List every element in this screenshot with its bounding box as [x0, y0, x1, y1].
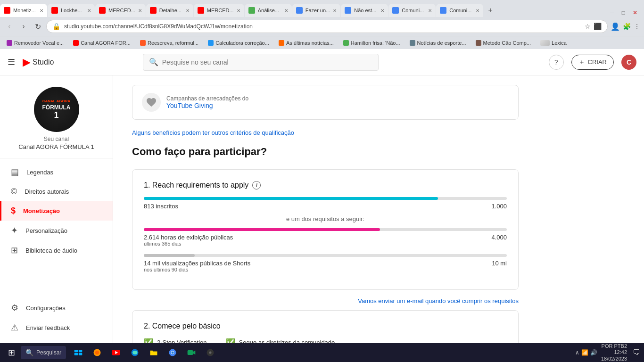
giving-label: Campanhas de arrecadações do — [166, 95, 248, 102]
chevron-up-icon[interactable]: ∧ — [575, 349, 579, 356]
minimize-button[interactable]: ─ — [607, 8, 617, 17]
tab-lockhe[interactable]: Lockhe... ✕ — [48, 4, 95, 17]
sidebar-item-monetizacao[interactable]: $ Monetização — [0, 201, 113, 221]
tab-close-merced2[interactable]: ✕ — [237, 8, 240, 13]
start-button[interactable]: ⊞ — [4, 345, 19, 360]
taskbar-app-edge[interactable] — [126, 344, 143, 361]
star-icon[interactable]: ☆ — [585, 23, 591, 30]
menu-icon[interactable]: ⋮ — [634, 23, 640, 30]
tab-close-naoes1[interactable]: ✕ — [380, 8, 384, 13]
bookmark-label-lexica: Lexica — [552, 40, 567, 46]
svg-rect-0 — [74, 350, 78, 352]
bookmark-favicon-removedor — [7, 40, 12, 46]
shorts-fill — [144, 254, 195, 257]
taskbar-app-youtube[interactable] — [107, 344, 124, 361]
giving-link[interactable]: YouTube Giving — [166, 102, 213, 109]
tab-title-comun2: Comuni... — [449, 8, 473, 13]
avatar[interactable]: C — [621, 55, 636, 70]
taskbar-app-files[interactable] — [145, 344, 162, 361]
tab-merced2[interactable]: MERCED... ✕ — [194, 4, 244, 17]
hamburger-menu[interactable]: ☰ — [8, 57, 15, 67]
direitos-icon: © — [11, 187, 17, 197]
bookmark-removedor[interactable]: Removedor Vocal e... — [4, 39, 66, 47]
network-icon[interactable]: 📶 — [581, 349, 588, 356]
tab-naoes1[interactable]: Não est... ✕ — [341, 4, 388, 17]
address-bar[interactable]: 🔒 studio.youtube.com/channel/UCdf8snlG8X… — [46, 20, 608, 33]
tab-close-comun1[interactable]: ✕ — [428, 8, 432, 13]
tab-favicon-monetiz — [4, 7, 10, 14]
search-input[interactable] — [162, 58, 372, 66]
bookmark-label-metodo: Metodo Cão Comp... — [483, 40, 531, 46]
info-icon[interactable]: i — [252, 181, 261, 189]
tab-merced1[interactable]: MERCED... ✕ — [95, 4, 146, 17]
direitos-label: Direitos autorais — [25, 188, 69, 195]
new-tab-button[interactable]: + — [484, 4, 497, 17]
tab-monetiz[interactable]: Monetiz... ✕ — [0, 4, 47, 17]
forward-button[interactable]: › — [18, 21, 29, 32]
bookmark-calculadora[interactable]: Calculadora correção... — [205, 39, 272, 47]
create-button[interactable]: ＋ CRIAR — [571, 55, 614, 70]
biblioteca-icon: ⊞ — [11, 245, 18, 255]
tab-favicon-detalhe — [150, 7, 157, 14]
taskbar-app-firefox[interactable] — [89, 344, 106, 361]
taskbar-search-text: Pesquisar — [36, 349, 61, 356]
bookmark-esporte[interactable]: Notícias de esporte... — [407, 39, 469, 47]
subscribers-progress-fill — [144, 197, 438, 200]
tab-close-fazer[interactable]: ✕ — [333, 8, 337, 13]
bookmark-canal-agora[interactable]: Canal AGORA FOR... — [70, 39, 133, 47]
tab-bar: Monetiz... ✕ Lockhe... ✕ MERCED... ✕ Det… — [0, 0, 644, 17]
shorts-progress-row: 14 mil visualizações públicas de Shorts … — [144, 254, 507, 272]
sidebar-item-configuracoes[interactable]: ⚙ Configurações — [0, 298, 113, 318]
yt-studio-logo[interactable]: ▶ Studio — [23, 56, 54, 68]
tab-close-monetiz[interactable]: ✕ — [40, 8, 43, 13]
sidebar-item-biblioteca[interactable]: ⊞ Biblioteca de áudio — [0, 240, 113, 260]
bookmark-favicon-calc — [208, 40, 214, 46]
bookmark-favicon-noticias — [279, 40, 284, 46]
tab-comun1[interactable]: Comuni... ✕ — [388, 4, 436, 17]
sidebar-item-direitos[interactable]: © Direitos autorais — [0, 182, 113, 201]
taskbar-app-media[interactable] — [202, 344, 219, 361]
qualifier-text[interactable]: Alguns benefícios podem ter outros crité… — [132, 129, 519, 136]
search-bar[interactable]: 🔍 — [143, 54, 379, 71]
svg-rect-1 — [79, 350, 83, 352]
sidebar-item-feedback[interactable]: ⚠ Enviar feedback — [0, 318, 113, 337]
sidebar-item-personalizacao[interactable]: ✦ Personalização — [0, 221, 113, 240]
tab-comun2[interactable]: Comuni... ✕ — [436, 4, 483, 17]
bookmark-metodo[interactable]: Metodo Cão Comp... — [473, 39, 534, 47]
extension-puzzle-icon[interactable]: 🧩 — [623, 23, 631, 30]
tab-analise[interactable]: Análise... ✕ — [245, 4, 292, 17]
bookmark-hamilton[interactable]: Hamilton frisa: 'Não... — [340, 39, 403, 47]
tab-close-comun2[interactable]: ✕ — [476, 8, 479, 13]
tab-close-analise[interactable]: ✕ — [284, 8, 288, 13]
speaker-icon[interactable]: 🔊 — [590, 349, 597, 356]
tab-detalhe[interactable]: Detalhe... ✕ — [146, 4, 193, 17]
notification-icon[interactable]: 🗨 — [633, 348, 640, 357]
bookmark-noticias[interactable]: As últimas notícias... — [276, 39, 337, 47]
tab-close-detalhe[interactable]: ✕ — [186, 8, 190, 13]
close-button[interactable]: ✕ — [630, 8, 640, 17]
reload-button[interactable]: ↻ — [32, 21, 43, 32]
maximize-button[interactable]: □ — [619, 8, 628, 17]
taskbar-app-explorer[interactable] — [70, 344, 87, 361]
bookmark-reescreva[interactable]: Reescreva, reformul... — [137, 39, 201, 47]
taskbar-search-icon: 🔍 — [25, 349, 33, 356]
bookmark-lexica[interactable]: Lexica — [537, 39, 570, 47]
tab-fazer[interactable]: Fazer un... ✕ — [292, 4, 341, 17]
tab-title-merced1: MERCED... — [108, 8, 135, 13]
tab-close-lockhe[interactable]: ✕ — [87, 8, 91, 13]
taskbar-search[interactable]: 🔍 Pesquisar — [21, 346, 66, 359]
help-button[interactable]: ? — [549, 55, 564, 70]
email-note[interactable]: Vamos enviar um e-mail quando você cumpr… — [132, 297, 519, 304]
content-area[interactable]: Campanhas de arrecadações do YouTube Giv… — [113, 75, 644, 345]
profile-icon[interactable]: 👤 — [611, 22, 620, 31]
extension-icon[interactable]: ⬛ — [594, 23, 602, 30]
back-button[interactable]: ‹ — [4, 21, 15, 32]
sidebar-item-legendas[interactable]: ▤ Legendas — [0, 162, 113, 182]
tab-close-merced1[interactable]: ✕ — [138, 8, 142, 13]
svg-point-15 — [209, 352, 212, 354]
header-right: ? ＋ CRIAR C — [549, 55, 636, 70]
taskbar-app-meet[interactable] — [183, 344, 200, 361]
watch-hours-bar-container — [144, 228, 507, 231]
channel-avatar: CANAL AGORA FÓRMULA 1 — [34, 87, 79, 132]
taskbar-app-chrome[interactable] — [164, 344, 181, 361]
